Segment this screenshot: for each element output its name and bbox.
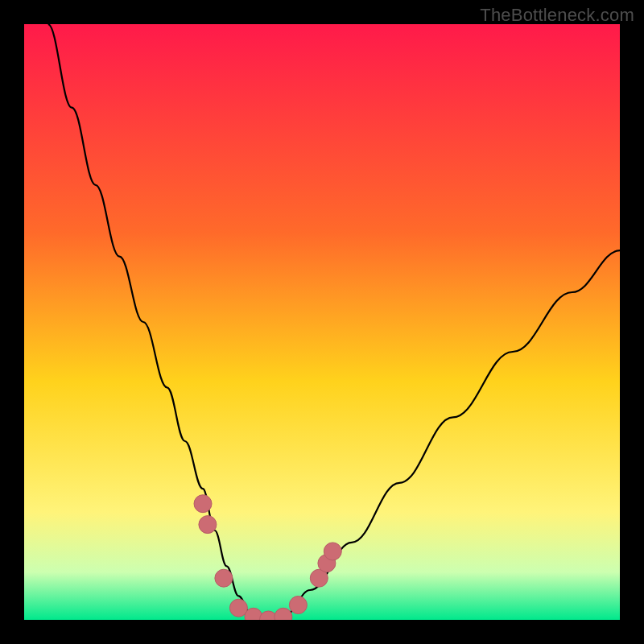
plot-area <box>24 24 620 620</box>
curve-marker <box>324 543 341 560</box>
curve-marker <box>215 569 233 587</box>
curve-marker <box>199 516 217 534</box>
chart-frame: TheBottleneck.com <box>0 0 644 644</box>
gradient-background <box>24 24 620 620</box>
curve-marker <box>289 597 307 614</box>
curve-marker <box>194 495 212 513</box>
watermark-text: TheBottleneck.com <box>0 5 644 26</box>
bottleneck-chart <box>24 24 620 620</box>
